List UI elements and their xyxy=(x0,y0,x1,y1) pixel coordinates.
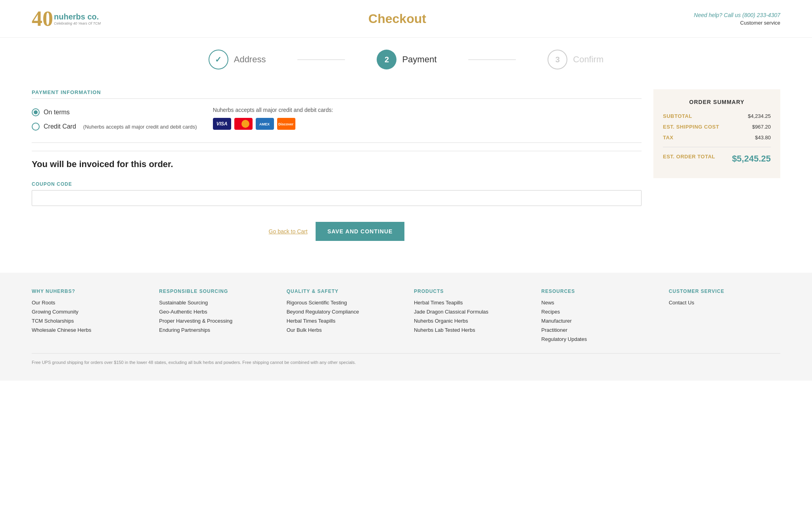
customer-service-link[interactable]: Customer service xyxy=(694,20,780,26)
step-1-label: Address xyxy=(234,54,266,65)
payment-section-title: PAYMENT INFORMATION xyxy=(32,89,642,99)
visa-icon: VISA xyxy=(213,118,231,130)
payment-radios: On terms Credit Card (Nuherbs accepts al… xyxy=(32,107,197,131)
footer-link-news[interactable]: News xyxy=(541,300,653,306)
footer-link-our-roots[interactable]: Our Roots xyxy=(32,300,143,306)
footer-link-harvesting[interactable]: Proper Harvesting & Processing xyxy=(159,318,270,324)
header-contact: Need help? Call us (800) 233-4307 Custom… xyxy=(694,12,780,26)
footer-link-lab-tested[interactable]: Nuherbs Lab Tested Herbs xyxy=(414,327,525,333)
discover-icon: Discover xyxy=(277,118,295,130)
footer-link-contact[interactable]: Contact Us xyxy=(669,300,780,306)
step-2-circle: 2 xyxy=(377,50,396,69)
radio-credit-card[interactable]: Credit Card (Nuherbs accepts all major c… xyxy=(32,123,197,131)
tax-row: TAX $43.80 xyxy=(663,135,771,140)
step-2-label: Payment xyxy=(402,54,437,65)
footer-note: Free UPS ground shipping for orders over… xyxy=(32,353,780,365)
footer-link-manufacturer[interactable]: Manufacturer xyxy=(541,318,653,324)
footer-link-regulatory-updates[interactable]: Regulatory Updates xyxy=(541,336,653,342)
radio-credit-card-circle xyxy=(32,123,40,131)
subtotal-row: SUBTOTAL $4,234.25 xyxy=(663,113,771,119)
step-address: ✓ Address xyxy=(209,50,266,69)
footer-col-products: PRODUCTS Herbal Times Teapills Jade Drag… xyxy=(414,289,525,345)
footer-link-wholesale[interactable]: Wholesale Chinese Herbs xyxy=(32,327,143,333)
credit-card-label: Credit Card xyxy=(44,123,76,130)
footer-link-growing-community[interactable]: Growing Community xyxy=(32,309,143,315)
radio-on-terms[interactable]: On terms xyxy=(32,108,197,116)
footer-col-why: WHY NUHERBS? Our Roots Growing Community… xyxy=(32,289,143,345)
payment-options: On terms Credit Card (Nuherbs accepts al… xyxy=(32,107,642,131)
step-3-label: Confirm xyxy=(573,54,603,65)
svg-text:Discover: Discover xyxy=(278,122,294,126)
footer-link-bulk[interactable]: Our Bulk Herbs xyxy=(287,327,398,333)
footer-col-4-title: RESOURCES xyxy=(541,289,653,294)
footer-col-customer-service: CUSTOMER SERVICE Contact Us xyxy=(669,289,780,345)
footer-link-herbal-teapills[interactable]: Herbal Times Teapills xyxy=(414,300,525,306)
footer-link-organic[interactable]: Nuherbs Organic Herbs xyxy=(414,318,525,324)
shipping-row: EST. SHIPPING COST $967.20 xyxy=(663,124,771,130)
logo-brand: nuherbs co. xyxy=(54,12,101,21)
svg-text:AMEX: AMEX xyxy=(259,122,270,126)
footer-link-practitioner[interactable]: Practitioner xyxy=(541,327,653,333)
amex-icon: AMEX xyxy=(256,118,274,130)
total-value: $5,245.25 xyxy=(732,154,771,164)
logo-number: 40 xyxy=(32,8,53,29)
logo-tagline: Celebrating 40 Years Of TCM xyxy=(54,21,101,25)
mastercard-icon xyxy=(234,118,253,130)
actions: Go back to Cart SAVE AND CONTINUE xyxy=(32,222,642,257)
step-payment: 2 Payment xyxy=(377,50,437,69)
invoice-text: You will be invoiced for this order. xyxy=(32,151,642,169)
footer-col-2-title: QUALITY & SAFETY xyxy=(287,289,398,294)
coupon-input[interactable] xyxy=(32,190,642,206)
footer-link-geo-authentic[interactable]: Geo-Authentic Herbs xyxy=(159,309,270,315)
back-to-cart-link[interactable]: Go back to Cart xyxy=(269,228,308,235)
footer-link-regulatory[interactable]: Beyond Regulatory Compliance xyxy=(287,309,398,315)
footer-link-sustainable[interactable]: Sustainable Sourcing xyxy=(159,300,270,306)
footer-link-recipes[interactable]: Recipes xyxy=(541,309,653,315)
checkout-steps: ✓ Address 2 Payment 3 Confirm xyxy=(0,38,812,81)
save-continue-button[interactable]: SAVE AND CONTINUE xyxy=(316,222,405,241)
credit-card-note: (Nuherbs accepts all major credit and de… xyxy=(83,124,197,130)
total-label: EST. ORDER TOTAL xyxy=(663,154,715,164)
footer-link-rigorous[interactable]: Rigorous Scientific Testing xyxy=(287,300,398,306)
tax-label: TAX xyxy=(663,135,674,140)
site-header: 40 nuherbs co. Celebrating 40 Years Of T… xyxy=(0,0,812,38)
site-footer: WHY NUHERBS? Our Roots Growing Community… xyxy=(0,273,812,381)
on-terms-label: On terms xyxy=(44,109,70,116)
tax-value: $43.80 xyxy=(755,135,771,140)
logo[interactable]: 40 nuherbs co. Celebrating 40 Years Of T… xyxy=(32,8,101,29)
card-icons: VISA AMEX Discover xyxy=(213,118,333,130)
step-3-circle: 3 xyxy=(548,50,567,69)
shipping-value: $967.20 xyxy=(752,124,771,130)
step-divider-2 xyxy=(468,60,516,60)
step-1-circle: ✓ xyxy=(209,50,228,69)
step-divider-1 xyxy=(297,60,345,60)
subtotal-value: $4,234.25 xyxy=(748,113,771,119)
footer-link-herbal-times[interactable]: Herbal Times Teapills xyxy=(287,318,398,324)
main-content: PAYMENT INFORMATION On terms Credit Card… xyxy=(0,81,812,265)
footer-col-quality: QUALITY & SAFETY Rigorous Scientific Tes… xyxy=(287,289,398,345)
footer-col-1-title: RESPONSIBLE SOURCING xyxy=(159,289,270,294)
help-phone: Need help? Call us (800) 233-4307 xyxy=(694,12,780,18)
page-title: Checkout xyxy=(368,12,426,26)
cards-text: Nuherbs accepts all major credit and deb… xyxy=(213,107,333,113)
footer-col-sourcing: RESPONSIBLE SOURCING Sustainable Sourcin… xyxy=(159,289,270,345)
total-row: EST. ORDER TOTAL $5,245.25 xyxy=(663,154,771,164)
footer-link-enduring[interactable]: Enduring Partnerships xyxy=(159,327,270,333)
step-confirm: 3 Confirm xyxy=(548,50,603,69)
footer-link-tcm-scholarships[interactable]: TCM Scholarships xyxy=(32,318,143,324)
cards-section: Nuherbs accepts all major credit and deb… xyxy=(213,107,333,130)
footer-col-5-title: CUSTOMER SERVICE xyxy=(669,289,780,294)
shipping-label: EST. SHIPPING COST xyxy=(663,124,719,130)
order-summary: ORDER SUMMARY SUBTOTAL $4,234.25 EST. SH… xyxy=(653,89,780,257)
footer-link-jade-dragon[interactable]: Jade Dragon Classical Formulas xyxy=(414,309,525,315)
footer-col-3-title: PRODUCTS xyxy=(414,289,525,294)
coupon-label: COUPON CODE xyxy=(32,181,642,187)
subtotal-label: SUBTOTAL xyxy=(663,113,692,119)
footer-col-0-title: WHY NUHERBS? xyxy=(32,289,143,294)
summary-title: ORDER SUMMARY xyxy=(663,99,771,105)
content-left: PAYMENT INFORMATION On terms Credit Card… xyxy=(32,89,642,257)
header-title-area: Checkout xyxy=(368,12,426,26)
footer-col-resources: RESOURCES News Recipes Manufacturer Prac… xyxy=(541,289,653,345)
footer-columns: WHY NUHERBS? Our Roots Growing Community… xyxy=(32,289,780,345)
radio-on-terms-circle xyxy=(32,108,40,116)
